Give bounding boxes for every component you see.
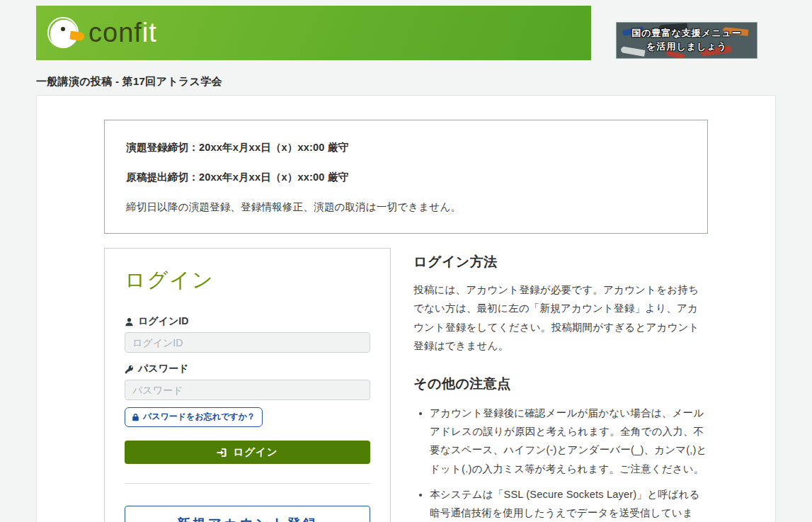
password-field-group: パスワード	[125, 363, 370, 400]
how-to-login-text: 投稿には、アカウント登録が必要です。アカウントをお持ちでない方は、最初に左の「新…	[413, 280, 708, 356]
manuscript-deadline: 原稿提出締切：20xx年x月xx日（x）xx:00 厳守	[126, 171, 686, 184]
register-button[interactable]: 新規アカウント登録 →	[125, 506, 370, 522]
password-label: パスワード	[125, 363, 370, 375]
login-button-label: ログイン	[233, 446, 278, 459]
page-title: 一般講演の投稿 - 第17回アトラス学会	[36, 75, 776, 89]
sign-in-icon	[217, 448, 227, 458]
login-id-field-group: ログインID	[125, 315, 370, 353]
login-heading: ログイン	[125, 266, 370, 295]
page-container: confit 国の豊富な支援メニュー を活用しましょう 一般講演の投稿 - 第1…	[36, 0, 776, 522]
notes-list: アカウント登録後に確認メールが届かない場合は、メールアドレスの誤りが原因と考えら…	[413, 404, 708, 522]
login-id-label-text: ログインID	[138, 315, 188, 328]
login-card-divider	[125, 483, 370, 484]
login-button[interactable]: ログイン	[125, 441, 370, 464]
confit-duck-logo-icon	[47, 15, 83, 52]
main-card: 演題登録締切：20xx年x月xx日（x）xx:00 厳守 原稿提出締切：20xx…	[36, 95, 776, 522]
forgot-password-button[interactable]: パスワードをお忘れですか？	[125, 407, 263, 427]
password-label-text: パスワード	[138, 363, 188, 375]
other-notes-heading: その他の注意点	[413, 375, 708, 393]
register-button-label: 新規アカウント登録	[176, 515, 318, 522]
banner-text-line2: を活用しましょう	[646, 40, 727, 54]
banner-art	[620, 46, 645, 57]
login-id-label: ログインID	[125, 315, 370, 328]
arrow-right-icon: →	[342, 516, 355, 522]
logo-text-it: it	[142, 18, 157, 47]
login-id-input[interactable]	[125, 332, 370, 353]
password-input[interactable]	[125, 380, 370, 400]
banner-text-line1: 国の豊富な支援メニュー	[631, 27, 742, 40]
key-icon	[125, 365, 134, 374]
login-card: ログイン ログインID パスワード	[104, 248, 391, 522]
forgot-password-label: パスワードをお忘れですか？	[143, 411, 256, 423]
deadline-note: 締切日以降の演題登録、登録情報修正、演題の取消は一切できません。	[126, 200, 686, 214]
brand-bar: confit	[36, 6, 591, 60]
list-item: アカウント登録後に確認メールが届かない場合は、メールアドレスの誤りが原因と考えら…	[430, 404, 708, 479]
deadline-notice: 演題登録締切：20xx年x月xx日（x）xx:00 厳守 原稿提出締切：20xx…	[104, 120, 708, 234]
logo-text-conf: conf	[88, 18, 142, 47]
how-to-login-heading: ログイン方法	[413, 253, 708, 271]
ad-banner[interactable]: 国の豊富な支援メニュー を活用しましょう	[616, 22, 757, 59]
info-column: ログイン方法 投稿には、アカウント登録が必要です。アカウントをお持ちでない方は、…	[413, 248, 708, 522]
list-item: 本システムは「SSL (Secure Sockets Layer)」と呼ばれる暗…	[430, 485, 708, 522]
lock-icon	[132, 413, 139, 421]
abstract-deadline: 演題登録締切：20xx年x月xx日（x）xx:00 厳守	[126, 141, 686, 154]
user-icon	[125, 317, 134, 327]
header: confit 国の豊富な支援メニュー を活用しましょう	[36, 6, 776, 60]
confit-logo: confit	[88, 18, 157, 48]
content-columns: ログイン ログインID パスワード	[104, 248, 708, 522]
